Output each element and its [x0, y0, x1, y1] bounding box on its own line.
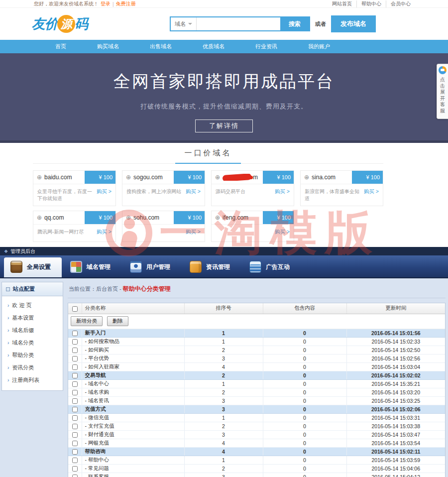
sidebar-item[interactable]: 欢 迎 页 — [2, 299, 63, 312]
hero-cta-button[interactable]: 了解详情 — [195, 119, 253, 132]
row-checkbox[interactable] — [72, 348, 78, 353]
site-logo[interactable]: 友价 源 码 — [32, 15, 88, 33]
sidebar-item[interactable]: 帮助分类 — [2, 349, 63, 361]
updated-time: 2016-05-14 15:01:56 — [346, 329, 445, 337]
buy-link[interactable]: 购买 > — [97, 229, 112, 236]
row-checkbox[interactable] — [72, 475, 78, 477]
admin-tab[interactable]: 全局设置 — [4, 257, 62, 277]
select-all-checkbox[interactable] — [72, 306, 78, 312]
updated-time: 2016-05-14 15:04:06 — [346, 464, 445, 473]
row-checkbox[interactable] — [72, 407, 78, 412]
breadcrumb-prefix: 当前位置：后台首页 - — [69, 286, 123, 292]
buy-link[interactable]: 购买 > — [186, 188, 201, 195]
utility-link[interactable]: 网站首页 — [328, 0, 356, 7]
nav-item[interactable]: 购买域名 — [82, 43, 134, 50]
domain-card: sogou.com ¥ 100 搜狗搜索，网上冲浪网站 购买 > — [122, 170, 205, 206]
domain-name: sohu.com — [133, 214, 159, 221]
row-checkbox[interactable] — [72, 331, 78, 336]
chat-bubble-icon — [439, 66, 447, 74]
sort-order: 2 — [184, 346, 263, 354]
row-checkbox[interactable] — [72, 458, 78, 463]
tab-label: 广告互动 — [266, 263, 290, 271]
content-count: 0 — [263, 337, 346, 346]
sort-order: 2 — [184, 422, 263, 430]
buy-link[interactable]: 购买 > — [275, 229, 290, 236]
collapse-icon[interactable] — [6, 287, 10, 291]
domain-name: ifeng.com — [223, 214, 248, 221]
nav-item[interactable]: 出售域名 — [134, 43, 187, 50]
row-checkbox[interactable] — [72, 424, 78, 429]
sidebar-item[interactable]: 域名分类 — [2, 337, 63, 349]
category-name: - 联系客服 — [82, 473, 184, 477]
sidebar-item[interactable]: 资讯分类 — [2, 361, 63, 374]
admin-tab[interactable]: 域名管理 — [64, 257, 121, 277]
sidebar-item[interactable]: 注册商列表 — [2, 374, 63, 386]
utility-link[interactable]: 帮助中心 — [356, 0, 386, 7]
card-header: ifeng.com ¥ 100 — [212, 211, 294, 225]
row-checkbox[interactable] — [72, 415, 78, 421]
row-checkbox[interactable] — [72, 381, 78, 387]
price-tag: ¥ 100 — [174, 211, 205, 224]
add-category-button[interactable]: 新增分类 — [71, 316, 103, 326]
nav-item[interactable]: 优质域名 — [187, 43, 240, 50]
admin-tab[interactable]: 广告互动 — [243, 257, 301, 277]
col-updated-time: 更新时间 — [346, 303, 445, 314]
utility-link[interactable]: 会员中心 — [386, 0, 415, 7]
row-checkbox[interactable] — [72, 398, 78, 404]
buy-link[interactable]: 购买 > — [97, 188, 112, 195]
domain-card: ifeng.com ¥ 100 购买 > — [211, 211, 294, 242]
category-name: - 如何购买 — [82, 346, 184, 354]
category-name: 新手入门 — [82, 329, 184, 337]
content-count: 0 — [263, 329, 346, 337]
search-category-select[interactable]: 域名 — [171, 17, 197, 30]
table-row: - 域名求购 2 0 2016-05-14 15:03:20 — [68, 388, 445, 396]
row-checkbox[interactable] — [72, 466, 78, 472]
category-name: - 微信充值 — [82, 413, 184, 422]
search-input[interactable] — [197, 17, 280, 30]
nav-item[interactable]: 我的账户 — [293, 43, 345, 50]
sidebar-item[interactable]: 基本设置 — [2, 312, 63, 324]
search-button[interactable]: 搜索 — [280, 17, 309, 30]
buy-link[interactable]: 购买 > — [364, 188, 379, 195]
buy-link[interactable]: 购买 > — [186, 229, 201, 236]
admin-badge-icon — [4, 249, 8, 254]
customer-service-widget[interactable]: 点击展开客服 — [437, 64, 448, 119]
row-checkbox[interactable] — [72, 390, 78, 395]
register-link[interactable]: 免费注册 — [116, 0, 136, 7]
category-name: - 网银充值 — [82, 439, 184, 447]
hero-banner: 全网首家即搭即用成品平台 打破传统服务模式，提升价值缩减周期、费用及开支。 了解… — [0, 53, 448, 143]
row-checkbox[interactable] — [72, 441, 78, 446]
delete-button[interactable]: 删除 — [107, 316, 128, 326]
domain-name-wrap: sina.com — [312, 174, 352, 181]
buy-link[interactable]: 购买 > — [275, 188, 290, 195]
row-checkbox[interactable] — [72, 449, 78, 455]
globe-icon — [304, 174, 309, 180]
sort-order: 3 — [184, 396, 263, 405]
row-checkbox[interactable] — [72, 432, 78, 438]
domain-name: sogou.com — [133, 174, 163, 181]
globe-icon — [126, 215, 131, 221]
updated-time: 2016-05-14 15:03:25 — [346, 396, 445, 405]
table-row: 交易导航 2 0 2016-05-14 15:02:02 — [68, 371, 445, 379]
row-checkbox[interactable] — [72, 373, 78, 378]
category-name: - 如何搜索物品 — [82, 337, 184, 346]
globe-icon — [215, 215, 220, 221]
domain-name: baidu.com — [44, 174, 72, 181]
login-link[interactable]: 登录 — [101, 0, 111, 7]
content-count: 0 — [263, 388, 346, 396]
admin-tab[interactable]: 资讯管理 — [183, 257, 241, 277]
admin-main: 当前位置：后台首页 - 帮助中心分类管理 分类名称 排序号 包含内容 更新时间 — [68, 282, 446, 477]
arrow-icon — [7, 353, 9, 358]
row-checkbox[interactable] — [72, 364, 78, 370]
sidebar-item[interactable]: 域名后缀 — [2, 324, 63, 337]
publish-domain-button[interactable]: 发布域名 — [331, 15, 376, 32]
domain-name-wrap: qq.com — [44, 214, 85, 221]
row-checkbox[interactable] — [72, 356, 78, 361]
nav-item[interactable]: 首页 — [40, 43, 82, 50]
row-checkbox[interactable] — [72, 339, 78, 345]
table-row: - 域名资讯 3 0 2016-05-14 15:03:25 — [68, 396, 445, 405]
nav-item[interactable]: 行业资讯 — [240, 43, 293, 50]
price-tag: ¥ 100 — [263, 211, 294, 224]
admin-tab[interactable]: 用户管理 — [123, 257, 181, 277]
updated-time: 2016-05-14 15:03:31 — [346, 413, 445, 422]
